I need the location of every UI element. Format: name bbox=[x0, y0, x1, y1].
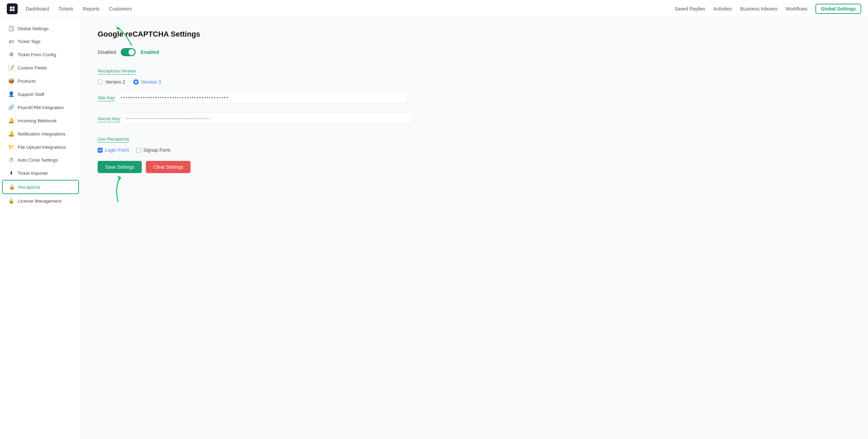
sidebar-item-label: Products bbox=[18, 79, 36, 84]
use-recaptcha-label: Use Recaptcha bbox=[98, 137, 129, 143]
nav-saved-replies[interactable]: Saved Replies bbox=[675, 6, 705, 12]
site-key-section: Site Key bbox=[98, 91, 852, 106]
toggle-disabled-label: Disabled bbox=[98, 49, 116, 55]
page-title: Google reCAPTCHA Settings bbox=[98, 30, 852, 39]
products-icon: 📦 bbox=[8, 78, 14, 84]
checkbox-signup-box bbox=[136, 148, 141, 153]
secret-key-input[interactable] bbox=[121, 113, 413, 124]
radio-version3[interactable]: Version 3 bbox=[133, 79, 161, 85]
webhook-icon: 🔔 bbox=[8, 118, 14, 124]
sidebar-item-ticket-importer[interactable]: ⬇ Ticket Importer bbox=[2, 167, 79, 180]
nav-customers[interactable]: Customers bbox=[109, 5, 132, 13]
sidebar-item-support-staff[interactable]: 👤 Support Staff bbox=[2, 88, 79, 101]
sidebar-item-label: Auto Close Settings bbox=[18, 158, 58, 163]
toggle-enabled-label: Enabled bbox=[140, 49, 159, 55]
clear-settings-button[interactable]: Clear Settings bbox=[146, 161, 191, 173]
topnav: Dashboard Tickets Reports Customers Save… bbox=[0, 0, 868, 18]
sidebar-item-ticket-tags[interactable]: 🏷 Ticket Tags bbox=[2, 35, 79, 48]
sidebar-item-label: Ticket Tags bbox=[18, 39, 41, 44]
sidebar-item-label: Notification Integrations bbox=[18, 131, 65, 137]
nav-workflows[interactable]: Workflows bbox=[786, 6, 807, 12]
ticket-tags-icon: 🏷 bbox=[8, 39, 14, 44]
radio-circle-v2 bbox=[98, 79, 103, 85]
toggle-section: Disabled Enabled bbox=[98, 48, 852, 56]
btn-row: Save Settings Clear Settings bbox=[98, 161, 852, 173]
global-settings-icon: 📋 bbox=[8, 25, 14, 32]
site-key-input[interactable] bbox=[116, 91, 408, 103]
secret-key-label: Secret Key bbox=[98, 116, 120, 122]
sidebar: 📋 Global Settings 🏷 Ticket Tags ⚙ Ticket… bbox=[0, 18, 81, 439]
sidebar-item-license-management[interactable]: 🔒 License Management bbox=[2, 194, 79, 207]
radio-circle-v3 bbox=[133, 79, 139, 85]
sidebar-item-incoming-webhook[interactable]: 🔔 Incoming Webhook bbox=[2, 114, 79, 127]
file-upload-icon: 📁 bbox=[8, 144, 14, 150]
sidebar-item-recaptcha[interactable]: 🔒 Recaptcha bbox=[2, 180, 79, 194]
toggle-switch[interactable] bbox=[121, 48, 136, 56]
main-content: Google reCAPTCHA Settings Disabled Enabl… bbox=[81, 18, 868, 439]
radio-v2-label: Version 2 bbox=[105, 79, 125, 85]
fluentcrm-icon: 🔗 bbox=[8, 104, 14, 110]
sidebar-item-custom-fields[interactable]: 📝 Custom Fields bbox=[2, 61, 79, 74]
checkbox-login-form[interactable]: Login Form bbox=[98, 147, 129, 153]
save-settings-button[interactable]: Save Settings bbox=[98, 161, 142, 173]
sidebar-item-products[interactable]: 📦 Products bbox=[2, 75, 79, 87]
recaptcha-version-label: Recaptcha Version bbox=[98, 68, 136, 75]
sidebar-item-fluentcrm[interactable]: 🔗 FluentCRM Integration bbox=[2, 101, 79, 114]
nav-dashboard[interactable]: Dashboard bbox=[26, 5, 49, 13]
sidebar-item-label: Incoming Webhook bbox=[18, 118, 57, 123]
sidebar-item-label: Custom Fields bbox=[18, 65, 47, 70]
radio-v3-label: Version 3 bbox=[141, 79, 161, 85]
sidebar-item-auto-close[interactable]: ⏱ Auto Close Settings bbox=[2, 154, 79, 166]
topnav-right: Saved Replies Activities Business Inboxe… bbox=[675, 4, 861, 14]
support-staff-icon: 👤 bbox=[8, 91, 14, 97]
checkbox-signup-label: Signup Form bbox=[143, 147, 171, 153]
sidebar-item-notification-integrations[interactable]: 🔔 Notification Integrations bbox=[2, 127, 79, 140]
radio-version2[interactable]: Version 2 bbox=[98, 79, 125, 85]
sidebar-item-label: File Upload Integrations bbox=[18, 145, 66, 150]
sidebar-item-label: Global Settings bbox=[18, 26, 49, 31]
sidebar-item-file-upload[interactable]: 📁 File Upload Integrations bbox=[2, 141, 79, 153]
nav-tickets[interactable]: Tickets bbox=[59, 5, 74, 13]
checkbox-login-box bbox=[98, 148, 103, 153]
site-key-label: Site Key bbox=[98, 95, 115, 101]
toggle-row: Disabled Enabled bbox=[98, 48, 852, 56]
custom-fields-icon: 📝 bbox=[8, 65, 14, 71]
sidebar-item-label: Recaptcha bbox=[18, 185, 40, 190]
radio-group-version: Version 2 Version 3 bbox=[98, 79, 852, 85]
nav-business-inboxes[interactable]: Business Inboxes bbox=[740, 6, 777, 12]
auto-close-icon: ⏱ bbox=[8, 157, 14, 163]
sidebar-item-global-settings[interactable]: 📋 Global Settings bbox=[2, 22, 79, 35]
sidebar-item-label: License Management bbox=[18, 198, 61, 204]
svg-marker-0 bbox=[116, 26, 121, 30]
svg-marker-1 bbox=[118, 175, 122, 181]
topnav-links: Dashboard Tickets Reports Customers bbox=[26, 5, 675, 13]
notification-icon: 🔔 bbox=[8, 131, 14, 137]
toggle-knob bbox=[129, 49, 135, 55]
ticket-importer-icon: ⬇ bbox=[8, 170, 14, 176]
checkbox-group-recaptcha: Login Form Signup Form bbox=[98, 147, 852, 153]
secret-key-section: Secret Key bbox=[98, 113, 852, 127]
checkbox-login-label: Login Form bbox=[105, 147, 129, 153]
save-arrow-annotation bbox=[104, 171, 138, 205]
sidebar-item-label: Ticket Form Config bbox=[18, 52, 56, 57]
nav-activities[interactable]: Activities bbox=[713, 6, 732, 12]
nav-reports[interactable]: Reports bbox=[83, 5, 99, 13]
license-icon: 🔒 bbox=[8, 198, 14, 204]
checkbox-signup-form[interactable]: Signup Form bbox=[136, 147, 171, 153]
app-logo[interactable] bbox=[7, 3, 18, 14]
recaptcha-version-section: Recaptcha Version Version 2 Version 3 bbox=[98, 66, 852, 85]
sidebar-item-ticket-form-config[interactable]: ⚙ Ticket Form Config bbox=[2, 48, 79, 61]
ticket-form-icon: ⚙ bbox=[8, 51, 14, 58]
sidebar-item-label: Support Staff bbox=[18, 92, 44, 97]
use-recaptcha-section: Use Recaptcha Login Form Signup Form bbox=[98, 134, 852, 153]
recaptcha-icon: 🔒 bbox=[9, 184, 15, 190]
nav-global-settings[interactable]: Global Settings bbox=[815, 4, 861, 14]
sidebar-item-label: FluentCRM Integration bbox=[18, 105, 64, 110]
sidebar-item-label: Ticket Importer bbox=[18, 171, 48, 176]
button-section: Save Settings Clear Settings bbox=[98, 161, 852, 173]
layout: 📋 Global Settings 🏷 Ticket Tags ⚙ Ticket… bbox=[0, 18, 868, 439]
